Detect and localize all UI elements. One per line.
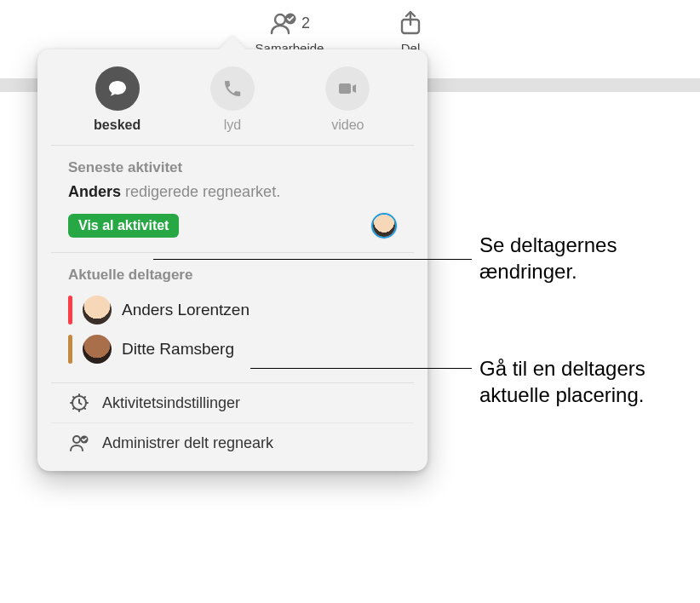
contact-audio-button[interactable]: lyd: [177, 66, 288, 133]
manage-shared-button[interactable]: Administrer delt regneark: [51, 422, 414, 462]
activity-rest: redigerede regnearket.: [121, 183, 280, 200]
contact-message-label: besked: [94, 118, 141, 133]
participant-color-indicator: [68, 296, 72, 324]
callout-show-activity: Se deltagernes ændringer.: [479, 233, 684, 284]
callout-line: [153, 259, 472, 260]
svg-point-0: [275, 14, 285, 25]
participant-name: Ditte Ramsberg: [122, 340, 234, 359]
manage-shared-label: Administrer delt regneark: [102, 434, 273, 452]
show-all-activity-button[interactable]: Vis al aktivitet: [68, 214, 179, 238]
gear-clock-icon: [68, 392, 90, 414]
recent-activity-title: Seneste aktivitet: [68, 159, 397, 176]
share-icon: [399, 9, 422, 37]
activity-actor-avatar[interactable]: [371, 213, 397, 238]
collaborate-icon: 2: [269, 9, 310, 37]
participant-name: Anders Lorentzen: [122, 301, 250, 319]
participant-color-indicator: [68, 335, 72, 364]
avatar: [83, 335, 112, 364]
activity-actor: Anders: [68, 183, 121, 200]
collaborate-count: 2: [301, 14, 310, 32]
collaboration-popover: besked lyd video Seneste aktivitet Ander…: [37, 49, 427, 471]
participant-row[interactable]: Ditte Ramsberg: [68, 330, 397, 369]
phone-icon: [210, 66, 255, 111]
activity-line: Anders redigerede regnearket.: [68, 183, 397, 201]
recent-activity-section: Seneste aktivitet Anders redigerede regn…: [51, 146, 414, 253]
activity-settings-label: Aktivitetsindstillinger: [102, 394, 240, 412]
contact-audio-label: lyd: [224, 118, 241, 133]
callout-go-to-participant: Gå til en deltagers aktuelle placering.: [479, 356, 692, 408]
contact-methods-row: besked lyd video: [51, 49, 414, 146]
callout-line: [250, 368, 472, 369]
svg-point-4: [73, 436, 80, 443]
activity-settings-button[interactable]: Aktivitetsindstillinger: [51, 383, 414, 422]
message-icon: [95, 66, 140, 111]
current-participants-section: Aktuelle deltagere Anders Lorentzen Ditt…: [51, 253, 414, 383]
avatar: [83, 296, 112, 324]
video-icon: [325, 66, 370, 111]
participant-row[interactable]: Anders Lorentzen: [68, 290, 397, 330]
contact-video-button[interactable]: video: [292, 66, 403, 133]
current-participants-title: Aktuelle deltagere: [68, 267, 397, 284]
contact-message-button[interactable]: besked: [62, 66, 173, 133]
manage-share-icon: [68, 432, 90, 454]
contact-video-label: video: [331, 118, 364, 133]
